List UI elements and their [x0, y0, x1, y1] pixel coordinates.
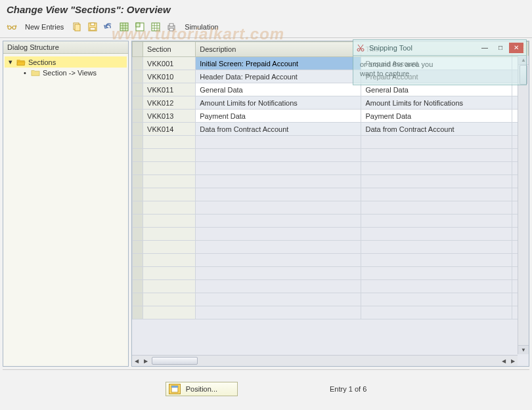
row-selector[interactable]	[133, 70, 143, 83]
new-entries-button[interactable]: New Entries	[21, 22, 68, 32]
tree-node-sections[interactable]: ▾ Sections	[5, 56, 127, 68]
table-row[interactable]	[133, 162, 529, 175]
select-block-icon[interactable]	[133, 20, 146, 33]
scroll-right2-icon[interactable]: ▶	[508, 356, 518, 366]
cell-title[interactable]	[361, 162, 512, 175]
save-icon[interactable]	[86, 20, 99, 33]
cell-description[interactable]	[196, 306, 361, 319]
row-selector[interactable]	[133, 96, 143, 110]
cell-description[interactable]: Header Data: Prepaid Account	[196, 70, 361, 83]
cell-section[interactable]	[143, 280, 196, 293]
cell-description[interactable]: Initial Screen: Prepaid Account	[196, 57, 361, 70]
cell-section[interactable]	[143, 215, 196, 228]
table-row[interactable]: VKK010Header Data: Prepaid AccountPrepai…	[133, 70, 529, 83]
table-row[interactable]: VKK013Payment DataPayment Data	[133, 110, 529, 123]
scroll-right-icon[interactable]: ▶	[141, 356, 150, 366]
cell-description[interactable]: Payment Data	[196, 110, 361, 123]
hscroll-thumb[interactable]	[152, 357, 198, 365]
table-row[interactable]: VKK001Initial Screen: Prepaid AccountPre…	[133, 57, 529, 70]
table-row[interactable]	[133, 267, 529, 280]
cell-title[interactable]	[361, 188, 512, 201]
cell-description[interactable]	[196, 267, 361, 280]
row-selector[interactable]	[133, 267, 143, 280]
cell-section[interactable]	[143, 228, 196, 241]
cell-description[interactable]: Data from Contract Account	[196, 123, 361, 136]
row-selector[interactable]	[133, 110, 143, 123]
cell-section[interactable]	[143, 175, 196, 188]
cell-section[interactable]: VKK010	[143, 70, 196, 83]
cell-description[interactable]	[196, 280, 361, 293]
row-selector[interactable]	[133, 162, 143, 175]
undo-icon[interactable]	[102, 20, 115, 33]
print-icon[interactable]	[165, 20, 178, 33]
row-selector[interactable]	[133, 280, 143, 293]
cell-description[interactable]	[196, 188, 361, 201]
cell-description[interactable]	[196, 162, 361, 175]
cell-description[interactable]	[196, 149, 361, 162]
row-selector[interactable]	[133, 254, 143, 267]
cell-section[interactable]	[143, 254, 196, 267]
table-row[interactable]	[133, 228, 529, 241]
cell-title[interactable]	[361, 306, 512, 319]
cell-section[interactable]	[143, 201, 196, 215]
cell-title[interactable]: Data from Contract Account	[361, 123, 512, 136]
cell-description[interactable]	[196, 228, 361, 241]
row-selector[interactable]	[133, 293, 143, 306]
cell-section[interactable]: VKK011	[143, 83, 196, 96]
scroll-down-icon[interactable]: ▼	[518, 345, 529, 354]
table-row[interactable]	[133, 175, 529, 188]
cell-title[interactable]: Prepaid Account	[361, 57, 512, 70]
row-selector[interactable]	[133, 57, 143, 70]
cell-title[interactable]	[361, 215, 512, 228]
glasses-icon[interactable]	[5, 20, 18, 33]
cell-title[interactable]	[361, 293, 512, 306]
row-selector[interactable]	[133, 306, 143, 319]
table-row[interactable]	[133, 149, 529, 162]
collapse-icon[interactable]: ▾	[7, 58, 14, 66]
horizontal-scrollbar[interactable]: ◀ ▶ ◀ ▶	[132, 355, 518, 366]
cell-section[interactable]	[143, 293, 196, 306]
scroll-thumb[interactable]	[520, 65, 527, 85]
col-header-section[interactable]: Section	[143, 42, 196, 57]
cell-title[interactable]	[361, 201, 512, 215]
col-header-title[interactable]: Title	[361, 42, 512, 57]
cell-section[interactable]	[143, 267, 196, 280]
scroll-left-icon[interactable]: ◀	[132, 356, 141, 366]
cell-description[interactable]: General Data	[196, 83, 361, 96]
table-row[interactable]	[133, 293, 529, 306]
table-row[interactable]	[133, 280, 529, 293]
cell-section[interactable]: VKK001	[143, 57, 196, 70]
table-row[interactable]	[133, 201, 529, 215]
cell-title[interactable]	[361, 267, 512, 280]
row-selector[interactable]	[133, 215, 143, 228]
cell-section[interactable]	[143, 162, 196, 175]
cell-title[interactable]: Payment Data	[361, 110, 512, 123]
row-selector[interactable]	[133, 136, 143, 149]
col-header-description[interactable]: Description	[196, 42, 361, 57]
table-row[interactable]	[133, 188, 529, 201]
cell-title[interactable]	[361, 241, 512, 254]
cell-description[interactable]	[196, 136, 361, 149]
cell-description[interactable]	[196, 293, 361, 306]
table-row[interactable]	[133, 306, 529, 319]
cell-title[interactable]	[361, 228, 512, 241]
row-selector[interactable]	[133, 188, 143, 201]
tree-node-section-views[interactable]: • Section -> Views	[5, 68, 127, 78]
simulation-button[interactable]: Simulation	[181, 22, 222, 32]
row-selector[interactable]	[133, 201, 143, 215]
cell-section[interactable]	[143, 149, 196, 162]
row-selector[interactable]	[133, 241, 143, 254]
cell-description[interactable]	[196, 175, 361, 188]
cell-section[interactable]	[143, 188, 196, 201]
scroll-left2-icon[interactable]: ◀	[499, 356, 508, 366]
cell-title[interactable]: Prepaid Account	[361, 70, 512, 83]
cell-title[interactable]	[361, 175, 512, 188]
row-selector[interactable]	[133, 123, 143, 136]
cell-section[interactable]	[143, 306, 196, 319]
row-selector[interactable]	[133, 149, 143, 162]
select-all-icon[interactable]	[118, 20, 131, 33]
table-row[interactable]	[133, 215, 529, 228]
table-row[interactable]	[133, 136, 529, 149]
cell-description[interactable]	[196, 215, 361, 228]
cell-title[interactable]: General Data	[361, 83, 512, 96]
